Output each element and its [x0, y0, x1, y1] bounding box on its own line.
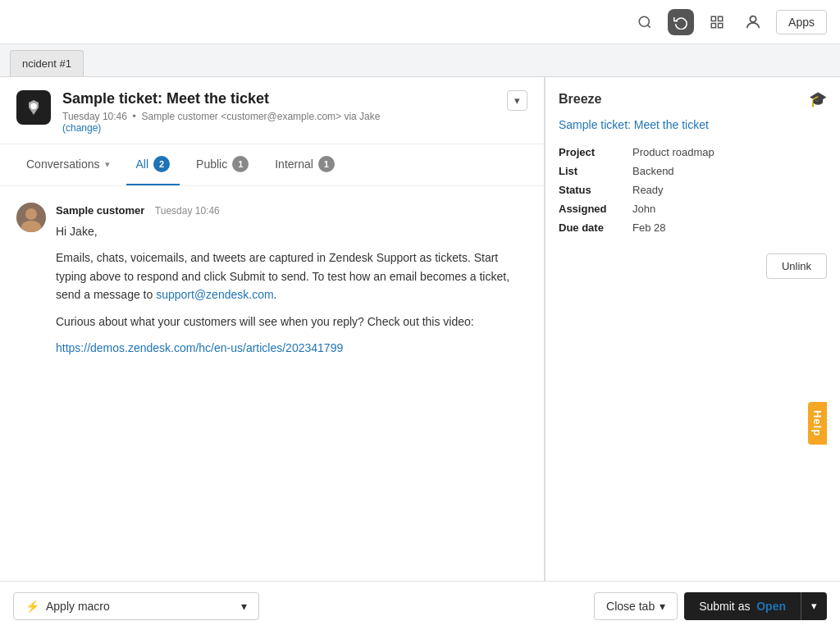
- breeze-title: Breeze: [559, 92, 601, 107]
- breeze-list-value: Backend: [632, 162, 827, 180]
- svg-rect-4: [719, 23, 723, 27]
- breeze-assigned-value: John: [632, 199, 827, 218]
- incident-tab[interactable]: ncident #1: [10, 50, 84, 76]
- support-link[interactable]: support@zendesk.com: [156, 288, 273, 301]
- bottom-right: Close tab ▾ Submit as Open ▾: [594, 592, 827, 620]
- ticket-from: Sample customer <customer@example.com> v…: [142, 111, 381, 122]
- right-panel: Breeze 🎓 Sample ticket: Meet the ticket …: [545, 77, 840, 581]
- tab-all[interactable]: All 2: [126, 144, 180, 185]
- ticket-dropdown-button[interactable]: ▾: [507, 90, 527, 111]
- public-badge: 1: [232, 156, 249, 172]
- svg-point-6: [750, 16, 756, 21]
- close-tab-button[interactable]: Close tab ▾: [594, 592, 678, 620]
- svg-point-0: [639, 16, 649, 26]
- main-area: Sample ticket: Meet the ticket Tuesday 1…: [0, 77, 840, 581]
- message-greeting: Hi Jake,: [56, 222, 527, 240]
- message-user-avatar: [16, 203, 46, 232]
- close-tab-label: Close tab: [606, 600, 655, 613]
- submit-status: Open: [756, 600, 786, 613]
- grid-icon[interactable]: [704, 9, 730, 35]
- breeze-duedate-value: Feb 28: [632, 218, 827, 237]
- internal-badge: 1: [318, 156, 335, 172]
- message-area: Sample customer Tuesday 10:46 Hi Jake, E…: [0, 186, 544, 581]
- message-item: Sample customer Tuesday 10:46 Hi Jake, E…: [16, 203, 527, 357]
- conversation-tabs: Conversations ▾ All 2 Public 1 Internal …: [0, 144, 544, 186]
- lightning-icon: ⚡: [25, 600, 39, 613]
- message-body2: Curious about what your customers will s…: [56, 313, 527, 331]
- svg-line-1: [648, 25, 651, 27]
- ticket-header-left: Sample ticket: Meet the ticket Tuesday 1…: [16, 90, 380, 134]
- svg-rect-2: [711, 16, 715, 21]
- internal-label: Internal: [275, 158, 313, 171]
- search-icon[interactable]: [632, 9, 658, 35]
- message-author: Sample customer: [56, 204, 144, 217]
- breeze-project-label: Project: [559, 143, 632, 162]
- zendesk-demo-link[interactable]: https://demos.zendesk.com/hc/en-us/artic…: [56, 341, 343, 354]
- ticket-panel: Sample ticket: Meet the ticket Tuesday 1…: [0, 77, 545, 581]
- submit-button-group: Submit as Open ▾: [684, 592, 827, 620]
- svg-rect-5: [711, 23, 715, 27]
- breeze-assigned-row: Assigned John: [559, 199, 827, 218]
- submit-button[interactable]: Submit as Open: [684, 592, 801, 620]
- public-label: Public: [196, 158, 227, 171]
- apply-macro-dropdown-arrow: ▾: [241, 600, 247, 613]
- breeze-list-label: List: [559, 162, 632, 180]
- submit-dropdown-button[interactable]: ▾: [801, 592, 827, 620]
- conversations-dropdown-arrow: ▾: [105, 159, 110, 170]
- user-avatar-icon[interactable]: [740, 9, 766, 35]
- all-label: All: [136, 158, 149, 171]
- top-navigation: Apps: [0, 0, 840, 44]
- tab-internal[interactable]: Internal 1: [265, 144, 345, 185]
- message-body: Hi Jake, Emails, chats, voicemails, and …: [56, 222, 527, 357]
- svg-point-7: [30, 103, 37, 110]
- breeze-status-label: Status: [559, 180, 632, 199]
- svg-rect-3: [719, 16, 723, 21]
- breeze-duedate-label: Due date: [559, 218, 632, 237]
- breeze-duedate-row: Due date Feb 28: [559, 218, 827, 237]
- tab-bar: ncident #1: [0, 44, 840, 77]
- tab-conversations[interactable]: Conversations ▾: [16, 146, 120, 184]
- breeze-assigned-label: Assigned: [559, 199, 632, 218]
- help-button[interactable]: Help: [808, 402, 827, 445]
- change-link[interactable]: (change): [62, 122, 101, 134]
- ticket-info: Sample ticket: Meet the ticket Tuesday 1…: [62, 90, 380, 134]
- message-timestamp: Tuesday 10:46: [155, 205, 220, 217]
- breeze-status-value: Ready: [632, 180, 827, 199]
- apps-button[interactable]: Apps: [776, 10, 827, 34]
- breeze-status-row: Status Ready: [559, 180, 827, 199]
- tab-public[interactable]: Public 1: [186, 144, 258, 185]
- message-body1: Emails, chats, voicemails, and tweets ar…: [56, 249, 527, 304]
- unlink-button[interactable]: Unlink: [766, 253, 827, 279]
- breeze-list-row: List Backend: [559, 162, 827, 180]
- submit-label: Submit as: [699, 600, 750, 613]
- apply-macro-label: Apply macro: [46, 600, 110, 613]
- ticket-title: Sample ticket: Meet the ticket: [62, 90, 380, 107]
- message-content: Sample customer Tuesday 10:46 Hi Jake, E…: [56, 203, 527, 357]
- breeze-icon: 🎓: [809, 90, 827, 108]
- ticket-brand-avatar: [16, 90, 51, 125]
- breeze-project-value: Product roadmap: [632, 143, 827, 162]
- bottom-bar: ⚡ Apply macro ▾ Close tab ▾ Submit as Op…: [0, 581, 840, 630]
- ticket-time: Tuesday 10:46: [62, 111, 127, 122]
- ticket-header: Sample ticket: Meet the ticket Tuesday 1…: [0, 77, 544, 144]
- breeze-ticket-link[interactable]: Sample ticket: Meet the ticket: [559, 118, 827, 131]
- breeze-details: Project Product roadmap List Backend Sta…: [559, 143, 827, 279]
- svg-point-9: [25, 208, 37, 220]
- message-header: Sample customer Tuesday 10:46: [56, 203, 527, 217]
- close-tab-dropdown-arrow: ▾: [660, 600, 665, 613]
- refresh-nav-icon[interactable]: [668, 9, 694, 35]
- right-panel-header: Breeze 🎓: [559, 90, 827, 108]
- all-badge: 2: [153, 156, 170, 172]
- apply-macro-button[interactable]: ⚡ Apply macro ▾: [13, 592, 259, 620]
- conversations-label: Conversations: [26, 158, 100, 171]
- ticket-meta: Tuesday 10:46 • Sample customer <custome…: [62, 111, 380, 134]
- breeze-project-row: Project Product roadmap: [559, 143, 827, 162]
